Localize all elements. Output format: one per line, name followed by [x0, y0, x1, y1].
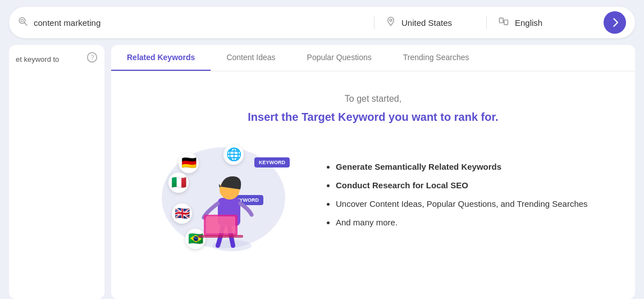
search-icon	[18, 16, 28, 29]
tab-bar: Related Keywords Content Ideas Popular Q…	[111, 45, 635, 71]
svg-point-0	[19, 17, 25, 24]
person-illustration	[187, 158, 277, 254]
search-section: content marketing	[18, 16, 374, 29]
location-icon	[386, 16, 396, 29]
features-list: Generate Semantically Related Keywords C…	[325, 161, 601, 235]
feature-item-1: Generate Semantically Related Keywords	[336, 161, 601, 173]
language-section: English	[487, 16, 599, 30]
feature-item-3: Uncover Content Ideas, Popular Questions…	[336, 198, 601, 210]
svg-line-1	[24, 22, 27, 25]
flag-italy: 🇮🇹	[168, 173, 189, 193]
feature-item-2: Conduct Research for Local SEO	[336, 179, 601, 191]
tab-content-ideas[interactable]: Content Ideas	[211, 45, 291, 71]
tab-trending-searches[interactable]: Trending Searches	[387, 45, 485, 71]
lower-section: 🇩🇪 🌐 🇮🇹 🇬🇧 🇧🇷 KEYWORD KEYWORD	[145, 142, 601, 254]
illustration: 🇩🇪 🌐 🇮🇹 🇬🇧 🇧🇷 KEYWORD KEYWORD	[145, 142, 302, 254]
svg-point-3	[390, 19, 392, 21]
location-label: United States	[401, 18, 452, 28]
svg-rect-13	[198, 235, 243, 238]
tab-popular-questions[interactable]: Popular Questions	[291, 45, 387, 71]
feature-item-4: And many more.	[336, 216, 601, 228]
svg-point-2	[21, 19, 24, 22]
language-label: English	[515, 18, 542, 28]
sidebar-helper-text: et keyword to	[16, 55, 59, 64]
language-icon	[498, 16, 509, 30]
keyword-search-input[interactable]: content marketing	[34, 18, 363, 28]
top-search-bar: content marketing United States English	[9, 7, 635, 38]
search-submit-button[interactable]	[604, 11, 626, 34]
intro-text: To get started,	[345, 94, 401, 104]
main-heading: Insert the Target Keyword you want to ra…	[248, 111, 498, 124]
sidebar: ? et keyword to	[9, 45, 104, 299]
content-area: Related Keywords Content Ideas Popular Q…	[111, 45, 635, 299]
content-body: To get started, Insert the Target Keywor…	[111, 71, 635, 277]
tab-related-keywords[interactable]: Related Keywords	[111, 45, 211, 71]
svg-text:?: ?	[91, 54, 94, 61]
location-section: United States	[374, 16, 487, 29]
svg-rect-12	[206, 216, 235, 233]
svg-rect-4	[500, 18, 504, 22]
main-content: ? et keyword to Related Keywords Content…	[0, 45, 644, 299]
svg-rect-5	[504, 20, 508, 24]
help-icon[interactable]: ?	[86, 52, 98, 65]
